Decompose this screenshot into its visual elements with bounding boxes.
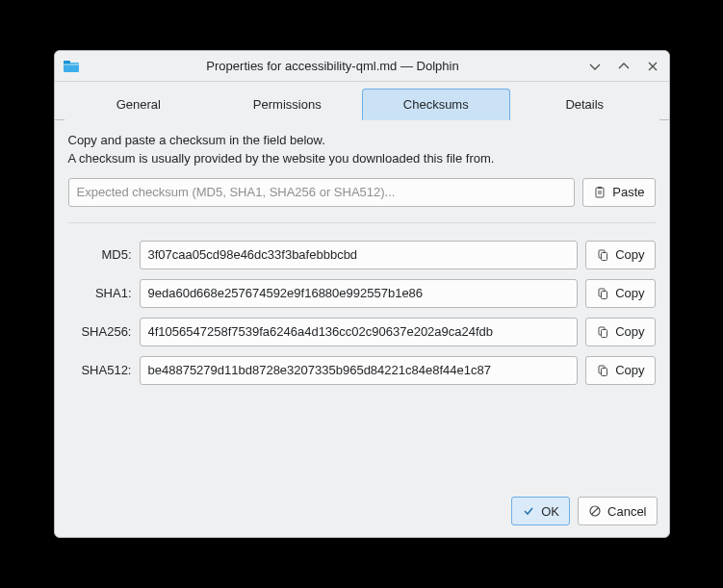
tab-details[interactable]: Details — [510, 89, 659, 120]
svg-rect-4 — [598, 187, 602, 189]
clipboard-paste-icon — [593, 186, 607, 199]
copy-md5-button[interactable]: Copy — [585, 241, 655, 269]
sha1-row: SHA1: Copy — [68, 279, 656, 308]
svg-line-16 — [592, 508, 599, 515]
copy-label: Copy — [615, 363, 644, 377]
minimize-button[interactable] — [586, 58, 604, 75]
desc-line1: Copy and paste a checksum in the field b… — [68, 132, 656, 150]
paste-button[interactable]: Paste — [582, 178, 655, 207]
window-title: Properties for accessibility-qml.md — Do… — [86, 59, 581, 73]
svg-rect-8 — [602, 252, 607, 260]
folder-icon — [63, 58, 80, 75]
copy-sha512-button[interactable]: Copy — [585, 356, 655, 385]
cancel-label: Cancel — [607, 504, 646, 519]
description-text: Copy and paste a checksum in the field b… — [68, 132, 656, 168]
tab-bar: General Permissions Checksums Details — [55, 82, 669, 120]
sha1-value[interactable] — [140, 279, 579, 308]
sha512-value[interactable] — [140, 356, 579, 385]
titlebar: Properties for accessibility-qml.md — Do… — [55, 51, 669, 82]
close-button[interactable] — [644, 58, 661, 75]
desc-line2: A checksum is usually provided by the we… — [68, 150, 656, 168]
svg-rect-12 — [602, 329, 607, 337]
md5-label: MD5: — [68, 247, 132, 262]
ok-label: OK — [541, 504, 559, 519]
tab-general[interactable]: General — [65, 89, 214, 120]
hash-list: MD5: Copy SHA1: — [68, 241, 656, 395]
copy-icon — [596, 364, 609, 377]
md5-row: MD5: Copy — [68, 241, 656, 269]
copy-label: Copy — [615, 324, 644, 339]
sha256-row: SHA256: Copy — [68, 318, 656, 346]
tab-checksums[interactable]: Checksums — [362, 89, 511, 120]
copy-icon — [596, 248, 609, 262]
sha1-label: SHA1: — [68, 286, 132, 300]
check-icon — [522, 504, 535, 518]
svg-rect-2 — [64, 64, 79, 65]
sha256-label: SHA256: — [68, 324, 132, 339]
expected-checksum-row: Paste — [68, 178, 656, 207]
svg-rect-3 — [596, 188, 604, 197]
copy-icon — [596, 287, 609, 300]
maximize-button[interactable] — [615, 58, 633, 75]
copy-sha256-button[interactable]: Copy — [585, 318, 655, 346]
copy-label: Copy — [615, 247, 644, 262]
expected-checksum-input[interactable] — [68, 178, 576, 207]
window-controls — [586, 58, 661, 75]
cancel-icon — [588, 504, 602, 518]
properties-dialog: Properties for accessibility-qml.md — Do… — [54, 50, 670, 538]
sha512-row: SHA512: Copy — [68, 356, 656, 385]
svg-rect-10 — [602, 291, 607, 298]
separator — [68, 222, 656, 223]
sha256-value[interactable] — [140, 318, 579, 346]
paste-label: Paste — [612, 185, 644, 199]
svg-rect-14 — [602, 368, 607, 375]
copy-icon — [596, 325, 609, 339]
copy-sha1-button[interactable]: Copy — [585, 279, 655, 308]
tab-permissions[interactable]: Permissions — [213, 89, 362, 120]
md5-value[interactable] — [140, 241, 579, 269]
sha512-label: SHA512: — [68, 363, 132, 377]
ok-button[interactable]: OK — [511, 497, 570, 525]
dialog-footer: OK Cancel — [55, 487, 669, 537]
cancel-button[interactable]: Cancel — [578, 497, 657, 525]
tab-content: Copy and paste a checksum in the field b… — [55, 120, 669, 487]
copy-label: Copy — [615, 286, 644, 300]
